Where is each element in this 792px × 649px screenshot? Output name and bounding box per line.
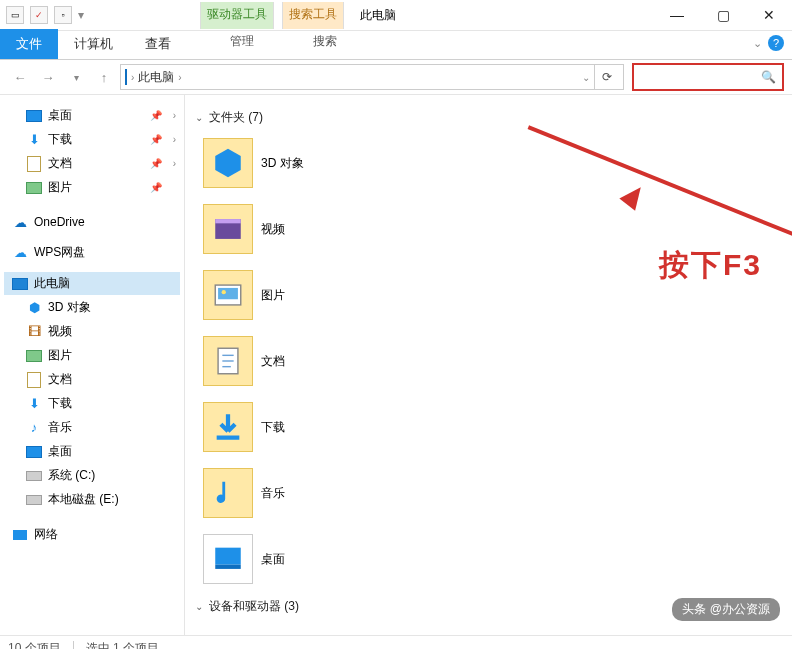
contextual-tab-drive-tools[interactable]: 驱动器工具: [200, 2, 274, 29]
folder-item-3d[interactable]: 3D 对象: [197, 132, 489, 194]
tree-item-pictures[interactable]: 图片📌: [4, 176, 180, 199]
search-icon: 🔍: [761, 70, 776, 84]
tree-item-drive-e[interactable]: 本地磁盘 (E:): [4, 488, 180, 511]
refresh-button[interactable]: ⟳: [594, 65, 619, 89]
tree-item-downloads2[interactable]: ⬇下载: [4, 392, 180, 415]
address-history-icon[interactable]: ⌄: [582, 72, 590, 83]
svg-rect-4: [218, 288, 238, 299]
folder-icon: [203, 402, 253, 452]
chevron-down-icon[interactable]: ⌄: [195, 601, 203, 612]
maximize-button[interactable]: ▢: [700, 0, 746, 30]
ribbon-tab-manage[interactable]: 管理: [206, 33, 278, 50]
svg-rect-11: [215, 548, 241, 565]
chevron-right-icon[interactable]: ›: [173, 110, 176, 121]
pc-icon: [125, 70, 127, 84]
ribbon-tab-file[interactable]: 文件: [0, 29, 58, 59]
tree-item-onedrive[interactable]: ☁OneDrive: [4, 211, 180, 233]
tree-item-wps[interactable]: ☁WPS网盘: [4, 241, 180, 264]
breadcrumb[interactable]: › 此电脑 › ⌄ ⟳: [120, 64, 624, 90]
pin-icon: 📌: [150, 182, 162, 193]
qat-new-icon[interactable]: ▫: [54, 6, 72, 24]
cloud-icon: [203, 627, 251, 635]
folder-item-videos[interactable]: 视频: [197, 198, 489, 260]
tree-item-desktop2[interactable]: 桌面: [4, 440, 180, 463]
pin-icon: 📌: [150, 158, 162, 169]
ribbon-tab-search[interactable]: 搜索: [296, 33, 354, 50]
qat-check-icon[interactable]: ✓: [30, 6, 48, 24]
svg-rect-10: [217, 436, 240, 440]
chevron-right-icon[interactable]: ›: [131, 72, 134, 83]
svg-point-5: [222, 290, 226, 294]
content-pane[interactable]: ⌄文件夹 (7) 3D 对象 视频 图片 文档 下载 音乐 桌面 ⌄设备和驱动器…: [185, 95, 792, 635]
ribbon-tab-computer[interactable]: 计算机: [58, 29, 129, 59]
qat-explorer-icon[interactable]: ▭: [6, 6, 24, 24]
tree-item-pictures2[interactable]: 图片: [4, 344, 180, 367]
nav-forward-button[interactable]: →: [36, 65, 60, 89]
drive-item-wps[interactable]: WPS网盘双击进入WPS网盘: [197, 621, 489, 635]
tree-item-downloads[interactable]: ⬇下载📌›: [4, 128, 180, 151]
annotation-text: 按下F3: [659, 245, 762, 286]
minimize-button[interactable]: —: [654, 0, 700, 30]
address-bar: ← → ▾ ↑ › 此电脑 › ⌄ ⟳ 🔍: [0, 60, 792, 95]
title-bar: ▭ ✓ ▫ ▾ 驱动器工具 搜索工具 此电脑 — ▢ ✕: [0, 0, 792, 31]
status-bar: 10 个项目 选中 1 个项目: [0, 635, 792, 649]
svg-rect-2: [215, 219, 241, 223]
folder-icon: [203, 534, 253, 584]
folder-item-pictures[interactable]: 图片: [197, 264, 489, 326]
folder-icon: [203, 204, 253, 254]
navigation-tree[interactable]: 桌面📌› ⬇下载📌› 文档📌› 图片📌 ☁OneDrive ☁WPS网盘 此电脑…: [0, 95, 185, 635]
ribbon-tab-view[interactable]: 查看: [129, 29, 187, 59]
tree-item-documents[interactable]: 文档📌›: [4, 152, 180, 175]
folder-icon: [203, 468, 253, 518]
ribbon: 文件 计算机 查看 管理 搜索 ⌄ ?: [0, 31, 792, 60]
nav-recent-icon[interactable]: ▾: [64, 65, 88, 89]
nav-back-button[interactable]: ←: [8, 65, 32, 89]
breadcrumb-root[interactable]: 此电脑: [138, 69, 174, 86]
tree-item-thispc[interactable]: 此电脑: [4, 272, 180, 295]
chevron-right-icon[interactable]: ›: [173, 158, 176, 169]
chevron-right-icon[interactable]: ›: [178, 72, 181, 83]
ribbon-collapse-icon[interactable]: ⌄: [753, 37, 762, 50]
folder-item-desktop[interactable]: 桌面: [197, 528, 489, 590]
tree-item-3d[interactable]: ⬢3D 对象: [4, 296, 180, 319]
svg-rect-12: [215, 565, 241, 569]
tree-item-network[interactable]: 网络: [4, 523, 180, 546]
tree-item-videos[interactable]: 🎞视频: [4, 320, 180, 343]
nav-up-button[interactable]: ↑: [92, 65, 116, 89]
close-button[interactable]: ✕: [746, 0, 792, 30]
search-input[interactable]: 🔍: [632, 63, 784, 91]
folder-icon: [203, 138, 253, 188]
status-item-count: 10 个项目: [8, 640, 61, 650]
group-header-folders[interactable]: ⌄文件夹 (7): [195, 109, 792, 126]
pin-icon: 📌: [150, 134, 162, 145]
tree-item-drive-c[interactable]: 系统 (C:): [4, 464, 180, 487]
window-title: 此电脑: [360, 7, 396, 24]
watermark: 头条 @办公资源: [672, 598, 780, 621]
folder-icon: [203, 336, 253, 386]
tree-item-documents2[interactable]: 文档: [4, 368, 180, 391]
help-icon[interactable]: ?: [768, 35, 784, 51]
folder-item-music[interactable]: 音乐: [197, 462, 489, 524]
folder-item-documents[interactable]: 文档: [197, 330, 489, 392]
folder-item-downloads[interactable]: 下载: [197, 396, 489, 458]
svg-marker-0: [215, 149, 241, 177]
status-selection: 选中 1 个项目: [86, 640, 159, 650]
tree-item-music[interactable]: ♪音乐: [4, 416, 180, 439]
chevron-down-icon[interactable]: ⌄: [195, 112, 203, 123]
contextual-tab-search-tools[interactable]: 搜索工具: [282, 2, 344, 29]
tree-item-desktop[interactable]: 桌面📌›: [4, 104, 180, 127]
pin-icon: 📌: [150, 110, 162, 121]
qat-overflow-icon[interactable]: ▾: [78, 8, 84, 22]
folder-icon: [203, 270, 253, 320]
chevron-right-icon[interactable]: ›: [173, 134, 176, 145]
